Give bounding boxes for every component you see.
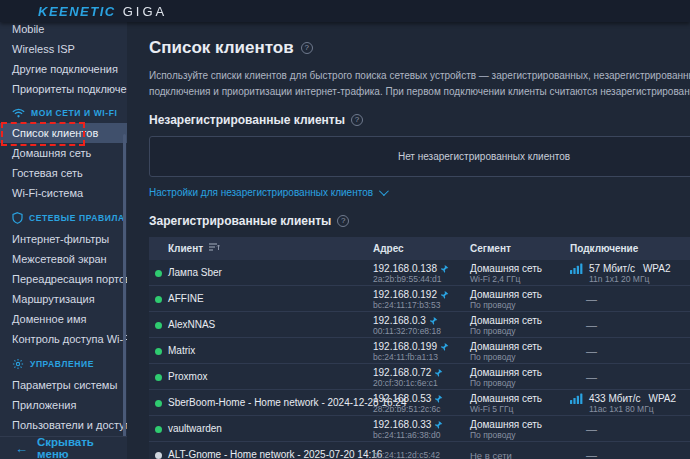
segment-cell: Домашняя сетьПо проводу: [470, 341, 542, 362]
segment-cell: Домашняя сетьWi-Fi 5 ГГц: [470, 393, 542, 414]
ip-address: 192.168.0.72: [373, 367, 431, 378]
page-description-line1: Используйте списки клиентов для быстрого…: [149, 68, 690, 84]
shield-icon: [12, 212, 23, 224]
address-cell: 192.168.0.199bc:24:11:fb:a1:13: [373, 341, 449, 362]
status-dot-offline: [155, 452, 162, 459]
sidebar-item[interactable]: Домашняя сеть: [0, 143, 127, 163]
table-row[interactable]: vaultwarden192.168.0.33bc:24:11:a6:38:d0…: [149, 416, 690, 442]
mac-address: bc:24:11:a6:38:d0: [373, 430, 443, 440]
help-icon[interactable]: ?: [337, 215, 349, 227]
column-connection[interactable]: Подключение: [570, 243, 638, 254]
sidebar-item[interactable]: Интернет-фильтры: [0, 229, 127, 249]
segment-name: Домашняя сеть: [470, 263, 542, 274]
mac-address: bc:24:11:17:b3:53: [373, 300, 449, 310]
table-row[interactable]: AlexNNAS192.168.0.300:11:32:70:e8:18Дома…: [149, 312, 690, 338]
segment-cell: Домашняя сетьWi-Fi 2,4 ГГц: [470, 263, 542, 284]
connection-dash: —: [586, 293, 597, 305]
connection-dash: —: [586, 319, 597, 331]
mac-address: 20:cf:30:1c:6e:c1: [373, 378, 443, 388]
mac-address: 2a:2b:b9:55:44:d1: [373, 274, 449, 284]
segment-name: Домашняя сеть: [470, 341, 542, 352]
unregistered-empty-box: Нет незарегистрированных клиентов: [149, 136, 690, 177]
pin-icon: [435, 395, 443, 403]
address-cell: 192.168.0.300:11:32:70:e8:18: [373, 315, 441, 336]
address-cell: 192.168.0.192bc:24:11:17:b3:53: [373, 289, 449, 310]
client-name: AFFINE: [168, 293, 204, 304]
table-row[interactable]: SberBoom-Home - Home network - 2024-12-2…: [149, 390, 690, 416]
ip-address: 192.168.0.192: [373, 289, 437, 300]
sidebar-item[interactable]: Mobile: [0, 22, 127, 39]
address-cell: 192.168.0.5328:2b:b9:51:2c:6c: [373, 393, 443, 414]
clients-table: Клиент Адрес Сегмент Подключение Лампа S…: [149, 237, 690, 459]
status-dot-online: [155, 270, 162, 277]
ip-address: 192.168.0.3: [373, 315, 426, 326]
sidebar-item[interactable]: Приоритеты подключений: [0, 79, 127, 99]
sidebar-nav: MobileWireless ISPДругие подключенияПрио…: [0, 22, 127, 459]
main-content: Список клиентов ? Используйте списки кли…: [127, 22, 690, 459]
client-name: AlexNNAS: [168, 319, 215, 330]
connection-speed: 57 Мбит/с: [589, 263, 635, 274]
address-cell: 192.168.0.33bc:24:11:a6:38:d0: [373, 419, 443, 440]
sidebar-item[interactable]: Wireless ISP: [0, 39, 127, 59]
segment-name: Домашняя сеть: [470, 289, 542, 300]
segment-medium: По проводу: [470, 300, 542, 310]
registered-heading: Зарегистрированные клиенты: [149, 214, 331, 228]
unregistered-empty-text: Нет незарегистрированных клиентов: [398, 151, 570, 162]
table-row[interactable]: ALT-Gnome - Home network - 2025-07-20 14…: [149, 442, 690, 459]
client-name: Matrix: [168, 345, 195, 356]
segment-medium: По проводу: [470, 352, 542, 362]
table-row[interactable]: AFFINE192.168.0.192bc:24:11:17:b3:53Дома…: [149, 286, 690, 312]
connection-mode: 11ac 1x1 80 МГц: [589, 404, 676, 414]
help-icon[interactable]: ?: [351, 114, 363, 126]
segment-offline: Не в сети: [470, 450, 512, 459]
segment-cell: Домашняя сетьПо проводу: [470, 315, 542, 336]
sidebar-item[interactable]: Другие подключения: [0, 59, 127, 79]
table-row[interactable]: Proxmox192.168.0.7220:cf:30:1c:6e:c1Дома…: [149, 364, 690, 390]
status-dot-online: [155, 400, 162, 407]
table-row[interactable]: Лампа Sber192.168.0.1382a:2b:b9:55:44:d1…: [149, 260, 690, 286]
mac-address: bc:24:11:2d:c5:42: [373, 450, 440, 459]
sidebar-item[interactable]: Пользователи и доступ: [0, 415, 127, 435]
mac-address: 28:2b:b9:51:2c:6c: [373, 404, 443, 414]
sidebar-item[interactable]: Wi-Fi-система: [0, 183, 127, 203]
unregistered-heading: Незарегистрированные клиенты: [149, 113, 345, 127]
status-dot-online: [155, 348, 162, 355]
sidebar-item[interactable]: Межсетевой экран: [0, 249, 127, 269]
column-address[interactable]: Адрес: [373, 243, 404, 254]
segment-name: Домашняя сеть: [470, 367, 542, 378]
wifi-icon: [12, 108, 25, 118]
layout: MobileWireless ISPДругие подключенияПрио…: [0, 22, 690, 459]
connection-security: WPA2: [648, 393, 676, 404]
client-name: SberBoom-Home - Home network - 2024-12-2…: [168, 397, 406, 408]
unregistered-settings-link[interactable]: Настройки для незарегистрированных клиен…: [149, 187, 386, 198]
sidebar-section: УПРАВЛЕНИЕ: [0, 349, 127, 375]
connection-cell: 433 Мбит/сWPA211ac 1x1 80 МГц: [570, 393, 676, 414]
help-icon[interactable]: ?: [301, 42, 313, 54]
column-client[interactable]: Клиент: [168, 243, 203, 254]
page-title: Список клиентов: [149, 38, 294, 58]
gear-icon: [12, 358, 24, 370]
sidebar-scrollbar[interactable]: [123, 134, 126, 456]
sidebar-item[interactable]: Параметры системы: [0, 375, 127, 395]
sidebar-item[interactable]: Переадресация портов: [0, 269, 127, 289]
hide-menu-button[interactable]: ← Скрывать меню: [0, 436, 127, 459]
segment-cell: Домашняя сетьПо проводу: [470, 289, 542, 310]
connection-security: WPA2: [643, 263, 671, 274]
column-segment[interactable]: Сегмент: [470, 243, 511, 254]
sidebar-section: МОИ СЕТИ И WI-FI: [0, 99, 127, 123]
client-name: Proxmox: [168, 371, 207, 382]
sidebar-item[interactable]: Маршрутизация: [0, 289, 127, 309]
sidebar-item[interactable]: Список клиентов: [0, 123, 127, 143]
segment-name: Домашняя сеть: [470, 315, 542, 326]
segment-cell: Домашняя сетьПо проводу: [470, 367, 542, 388]
ip-address: 192.168.0.199: [373, 341, 437, 352]
address-cell: 192.168.0.1382a:2b:b9:55:44:d1: [373, 263, 449, 284]
table-row[interactable]: Matrix192.168.0.199bc:24:11:fb:a1:13Дома…: [149, 338, 690, 364]
sidebar-item[interactable]: Гостевая сеть: [0, 163, 127, 183]
sidebar-item[interactable]: Доменное имя: [0, 309, 127, 329]
segment-medium: По проводу: [470, 430, 542, 440]
sidebar-item[interactable]: Контроль доступа Wi-Fi: [0, 329, 127, 349]
sidebar-item[interactable]: Приложения: [0, 395, 127, 415]
sort-icon[interactable]: [209, 243, 220, 251]
arrow-left-icon: ←: [15, 442, 28, 455]
